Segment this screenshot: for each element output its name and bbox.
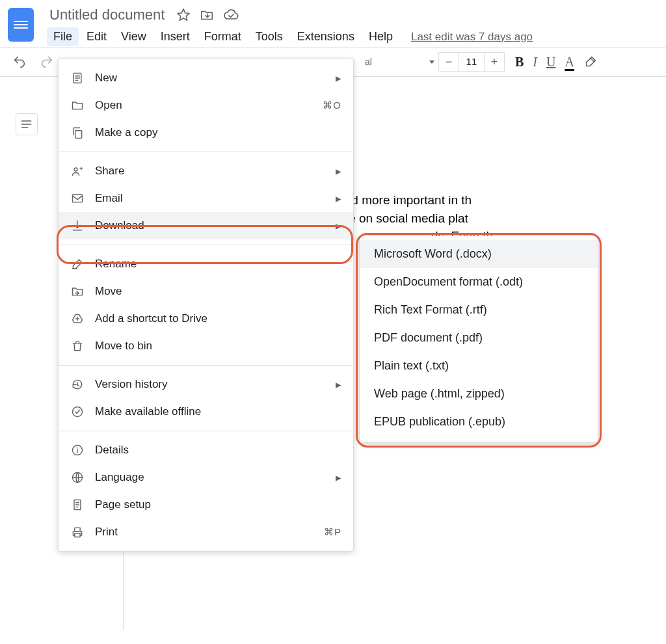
download-option-odt[interactable]: OpenDocument format (.odt) — [360, 268, 598, 296]
menu-label: Make a copy — [95, 126, 157, 139]
font-size-decrease[interactable]: − — [439, 53, 459, 71]
menu-extensions[interactable]: Extensions — [291, 27, 361, 46]
menu-separator — [59, 245, 353, 245]
menu-label: Share — [95, 165, 124, 178]
star-icon[interactable] — [176, 8, 191, 22]
svg-point-1 — [21, 124, 22, 125]
menu-label: Move to bin — [95, 340, 152, 353]
menubar: File Edit View Insert Format Tools Exten… — [47, 27, 533, 46]
font-size-increase[interactable]: + — [485, 53, 504, 71]
bold-button[interactable]: B — [515, 55, 524, 70]
page-icon — [70, 498, 85, 512]
move-to-folder-icon[interactable] — [200, 8, 214, 22]
chevron-right-icon: ▸ — [336, 72, 341, 85]
menu-separator — [59, 431, 353, 431]
svg-point-9 — [77, 448, 78, 449]
history-icon — [70, 377, 85, 392]
menu-label: Print — [95, 526, 118, 539]
drive-shortcut-icon — [70, 312, 85, 326]
menu-label: Download — [95, 219, 144, 232]
redo-button[interactable] — [35, 50, 59, 74]
file-menu-available-offline[interactable]: Make available offline — [59, 398, 353, 425]
file-menu-details[interactable]: Details — [59, 436, 353, 464]
svg-rect-6 — [73, 195, 83, 202]
download-option-rtf[interactable]: Rich Text Format (.rtf) — [360, 296, 598, 324]
file-menu-open[interactable]: Open ⌘O — [59, 92, 353, 119]
menu-insert[interactable]: Insert — [154, 27, 196, 46]
menu-label: Rename — [95, 258, 137, 271]
svg-point-0 — [21, 120, 22, 122]
menu-label: Language — [95, 471, 144, 484]
info-icon — [70, 443, 85, 457]
menu-view[interactable]: View — [114, 27, 153, 46]
menu-label: Details — [95, 444, 129, 457]
font-family-dropdown[interactable]: al — [365, 57, 434, 67]
file-menu-version-history[interactable]: Version history ▸ — [59, 371, 353, 398]
menu-edit[interactable]: Edit — [80, 27, 113, 46]
menu-separator — [59, 365, 353, 366]
svg-point-2 — [21, 127, 22, 128]
file-menu-move[interactable]: Move — [59, 278, 353, 305]
file-menu-page-setup[interactable]: Page setup — [59, 491, 353, 518]
document-icon — [70, 71, 85, 85]
menu-label: Add a shortcut to Drive — [95, 312, 207, 325]
download-option-pdf[interactable]: PDF document (.pdf) — [360, 324, 598, 352]
file-menu-email[interactable]: Email ▸ — [59, 185, 353, 212]
rename-icon — [70, 257, 85, 271]
share-icon — [70, 164, 85, 178]
menu-label: Page setup — [95, 498, 151, 511]
italic-button[interactable]: I — [533, 55, 537, 70]
chevron-right-icon: ▸ — [336, 165, 341, 178]
globe-icon — [70, 470, 85, 485]
docs-logo-icon[interactable] — [8, 8, 34, 42]
document-title[interactable]: Untitled document — [47, 5, 167, 25]
menu-label: New — [95, 72, 117, 85]
copy-icon — [70, 126, 85, 140]
chevron-down-icon — [429, 60, 434, 64]
menu-tools[interactable]: Tools — [249, 27, 289, 46]
menu-help[interactable]: Help — [362, 27, 399, 46]
outline-toggle-button[interactable] — [16, 113, 38, 135]
file-menu-move-to-bin[interactable]: Move to bin — [59, 332, 353, 360]
font-size-value[interactable]: 11 — [459, 53, 485, 71]
svg-rect-4 — [75, 131, 82, 139]
offline-icon — [70, 405, 85, 419]
file-menu-new[interactable]: New ▸ — [59, 64, 353, 92]
menu-label: Open — [95, 99, 122, 112]
cloud-status-icon[interactable] — [223, 8, 239, 22]
move-icon — [70, 284, 85, 299]
file-menu-popup: New ▸ Open ⌘O Make a copy Share ▸ Email … — [58, 59, 354, 552]
download-submenu: Microsoft Word (.docx) OpenDocument form… — [359, 235, 598, 443]
underline-button[interactable]: U — [546, 55, 555, 70]
download-option-epub[interactable]: EPUB publication (.epub) — [360, 408, 598, 436]
file-menu-rename[interactable]: Rename — [59, 250, 353, 278]
chevron-right-icon: ▸ — [336, 471, 341, 485]
download-option-txt[interactable]: Plain text (.txt) — [360, 352, 598, 380]
file-menu-make-copy[interactable]: Make a copy — [59, 119, 353, 146]
menu-format[interactable]: Format — [198, 27, 248, 46]
text-color-button[interactable]: A — [565, 55, 574, 70]
menu-file[interactable]: File — [47, 27, 79, 46]
menu-label: Make available offline — [95, 405, 201, 418]
menu-label: Email — [95, 192, 123, 205]
file-menu-download[interactable]: Download ▸ — [59, 212, 353, 239]
last-edit-link[interactable]: Last edit was 7 days ago — [411, 31, 533, 44]
svg-point-7 — [73, 407, 83, 417]
chevron-right-icon: ▸ — [336, 192, 341, 206]
trash-icon — [70, 339, 85, 353]
highlight-color-button[interactable] — [583, 55, 598, 69]
file-menu-share[interactable]: Share ▸ — [59, 157, 353, 185]
shortcut-text: ⌘P — [324, 526, 341, 538]
email-icon — [70, 191, 85, 206]
svg-rect-12 — [75, 533, 80, 537]
shortcut-text: ⌘O — [323, 100, 341, 111]
download-icon — [70, 219, 85, 233]
titlebar: Untitled document File Edit View Insert … — [0, 0, 666, 47]
download-option-docx[interactable]: Microsoft Word (.docx) — [360, 240, 598, 268]
file-menu-language[interactable]: Language ▸ — [59, 464, 353, 491]
file-menu-add-shortcut[interactable]: Add a shortcut to Drive — [59, 305, 353, 332]
file-menu-print[interactable]: Print ⌘P — [59, 518, 353, 546]
font-size-control: − 11 + — [438, 52, 505, 72]
undo-button[interactable] — [8, 50, 31, 74]
download-option-html[interactable]: Web page (.html, zipped) — [360, 380, 598, 408]
